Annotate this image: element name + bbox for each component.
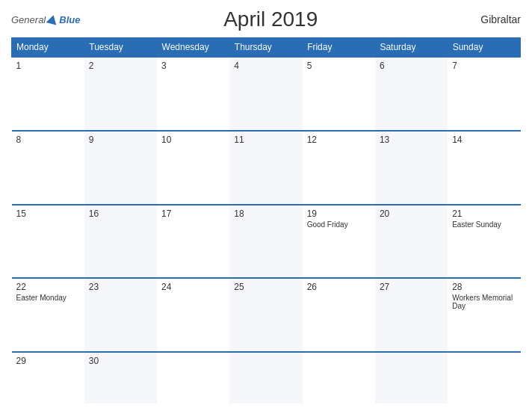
day-number: 21	[452, 208, 516, 219]
calendar-cell: 1	[12, 57, 84, 131]
calendar-cell: 27	[375, 278, 448, 352]
day-number: 10	[161, 135, 225, 145]
day-number: 19	[307, 208, 371, 219]
day-number: 2	[89, 61, 152, 71]
calendar-cell: 30	[84, 352, 157, 404]
calendar-cell: 7	[448, 57, 520, 131]
col-sunday: Sunday	[448, 38, 520, 58]
calendar-cell: 3	[157, 57, 229, 131]
col-monday: Monday	[12, 38, 84, 58]
calendar-cell: 17	[157, 205, 229, 279]
event-label: Good Friday	[307, 220, 371, 229]
event-label: Easter Sunday	[452, 220, 516, 229]
calendar-cell: 15	[12, 205, 84, 279]
day-number: 1	[16, 61, 80, 71]
calendar-cell: 10	[157, 131, 229, 205]
day-number: 23	[89, 282, 152, 292]
day-number: 9	[89, 135, 152, 145]
day-number: 13	[380, 135, 443, 145]
header-row: Monday Tuesday Wednesday Thursday Friday…	[12, 38, 521, 58]
calendar-cell: 24	[157, 278, 229, 352]
calendar-cell	[303, 352, 375, 404]
day-number: 15	[16, 208, 80, 219]
day-number: 7	[452, 61, 516, 71]
week-row-1: 1234567	[12, 57, 521, 131]
day-number: 18	[234, 208, 297, 219]
calendar-cell: 22Easter Monday	[12, 278, 84, 352]
calendar-cell: 4	[229, 57, 302, 131]
calendar-cell: 26	[303, 278, 375, 352]
day-number: 4	[234, 61, 297, 71]
col-friday: Friday	[303, 38, 375, 58]
event-label: Workers Memorial Day	[452, 294, 516, 310]
event-label: Easter Monday	[16, 294, 80, 302]
day-number: 22	[16, 282, 80, 292]
calendar-cell: 16	[84, 205, 157, 279]
calendar-cell: 2	[84, 57, 157, 131]
day-number: 30	[89, 356, 152, 366]
day-number: 14	[452, 135, 516, 145]
day-number: 28	[452, 282, 516, 292]
day-number: 6	[380, 61, 443, 71]
day-number: 11	[234, 135, 297, 145]
day-number: 20	[380, 208, 443, 219]
day-number: 5	[307, 61, 371, 71]
week-row-5: 2930	[12, 352, 521, 404]
calendar-cell: 12	[303, 131, 375, 205]
calendar-cell: 5	[303, 57, 375, 131]
day-number: 24	[161, 282, 225, 292]
page-title: April 2019	[80, 7, 461, 31]
day-number: 29	[16, 356, 80, 366]
logo-triangle-icon	[46, 13, 59, 25]
day-number: 12	[307, 135, 371, 145]
col-wednesday: Wednesday	[157, 38, 229, 58]
calendar-cell: 9	[84, 131, 157, 205]
logo-blue: Blue	[59, 14, 80, 25]
calendar-cell	[375, 352, 448, 404]
col-tuesday: Tuesday	[84, 38, 157, 58]
logo: General Blue	[11, 14, 80, 25]
calendar-cell: 18	[229, 205, 302, 279]
day-number: 17	[161, 208, 225, 219]
logo-general: General	[11, 14, 46, 25]
calendar-cell: 13	[375, 131, 448, 205]
calendar-cell	[448, 352, 520, 404]
calendar-cell: 23	[84, 278, 157, 352]
calendar-cell: 28Workers Memorial Day	[448, 278, 520, 352]
calendar-cell: 25	[229, 278, 302, 352]
calendar-cell: 29	[12, 352, 84, 404]
day-number: 25	[234, 282, 297, 292]
region-label: Gibraltar	[461, 13, 521, 25]
calendar-cell: 19Good Friday	[303, 205, 375, 279]
col-saturday: Saturday	[375, 38, 448, 58]
week-row-3: 1516171819Good Friday2021Easter Sunday	[12, 205, 521, 279]
week-row-2: 891011121314	[12, 131, 521, 205]
col-thursday: Thursday	[229, 38, 302, 58]
day-number: 16	[89, 208, 152, 219]
calendar-cell: 14	[448, 131, 520, 205]
calendar-cell: 11	[229, 131, 302, 205]
calendar-page: General Blue April 2019 Gibraltar Monday…	[0, 0, 532, 411]
calendar-cell: 20	[375, 205, 448, 279]
day-number: 26	[307, 282, 371, 292]
day-number: 27	[380, 282, 443, 292]
calendar-cell	[229, 352, 302, 404]
day-number: 8	[16, 135, 80, 145]
calendar-cell	[157, 352, 229, 404]
week-row-4: 22Easter Monday232425262728Workers Memor…	[12, 278, 521, 352]
calendar-cell: 21Easter Sunday	[448, 205, 520, 279]
calendar-table: Monday Tuesday Wednesday Thursday Friday…	[11, 37, 521, 404]
header: General Blue April 2019 Gibraltar	[11, 7, 521, 31]
day-number: 3	[161, 61, 225, 71]
calendar-cell: 8	[12, 131, 84, 205]
calendar-cell: 6	[375, 57, 448, 131]
